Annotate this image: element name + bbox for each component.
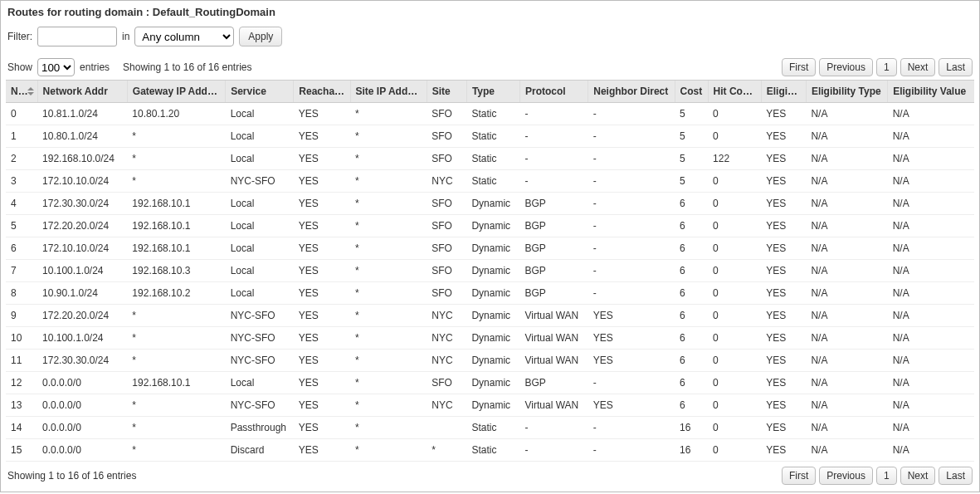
cell-elig: YES [761, 305, 806, 327]
cell-svc: NYC-SFO [226, 350, 294, 372]
cell-proto: BGP [520, 215, 588, 237]
col-hit-count[interactable]: Hit Count [708, 81, 761, 103]
page-last-button[interactable]: Last [939, 467, 973, 485]
cell-net: 10.80.1.0/24 [37, 125, 127, 148]
col-eligible[interactable]: Eligible [761, 81, 806, 103]
page-next-button[interactable]: Next [900, 467, 936, 485]
page-prev-button[interactable]: Previous [819, 58, 873, 76]
cell-proto: BGP [520, 237, 588, 260]
cell-gw: * [127, 417, 225, 439]
cell-hit: 0 [708, 282, 761, 305]
col-service[interactable]: Service [226, 81, 294, 103]
cell-eval: N/A [888, 439, 974, 462]
col-cost[interactable]: Cost [675, 81, 708, 103]
table-row: 710.100.1.0/24192.168.10.3LocalYES*SFODy… [6, 260, 974, 282]
page-next-button[interactable]: Next [900, 58, 936, 76]
col-gateway-ip[interactable]: Gateway IP Address [127, 81, 225, 103]
cell-hit: 122 [708, 148, 761, 170]
page-size-select[interactable]: 100 [37, 58, 75, 76]
show-label: Show [7, 61, 32, 73]
cell-reach: YES [294, 350, 350, 372]
page-prev-button[interactable]: Previous [819, 467, 873, 485]
cell-sip: * [350, 327, 427, 350]
cell-reach: YES [294, 215, 350, 237]
cell-net: 10.81.1.0/24 [37, 103, 127, 125]
filter-column-select[interactable]: Any column [134, 27, 234, 46]
cell-proto: BGP [520, 372, 588, 394]
page-1-button[interactable]: 1 [876, 467, 897, 485]
cell-type: Dynamic [466, 193, 519, 215]
cell-nd: - [588, 417, 675, 439]
page-last-button[interactable]: Last [939, 58, 973, 76]
cell-hit: 0 [708, 215, 761, 237]
col-site-ip[interactable]: Site IP Address [350, 81, 427, 103]
cell-site: NYC [427, 305, 466, 327]
cell-site: SFO [427, 148, 466, 170]
cell-site: SFO [427, 237, 466, 260]
cell-num: 0 [6, 103, 37, 125]
cell-sip: * [350, 215, 427, 237]
cell-svc: Local [226, 103, 294, 125]
cell-type: Dynamic [466, 305, 519, 327]
cell-etype: N/A [806, 327, 887, 350]
cell-reach: YES [294, 372, 350, 394]
panel-title-domain: Default_RoutingDomain [153, 6, 275, 18]
table-row: 5172.20.20.0/24192.168.10.1LocalYES*SFOD… [6, 215, 974, 237]
col-neighbor-direct[interactable]: Neighbor Direct [588, 81, 675, 103]
cell-reach: YES [294, 394, 350, 417]
page-first-button[interactable]: First [782, 58, 816, 76]
table-row: 2192.168.10.0/24*LocalYES*SFOStatic--512… [6, 148, 974, 170]
cell-eval: N/A [888, 125, 974, 148]
filter-bar: Filter: in Any column Apply [7, 27, 974, 46]
cell-eval: N/A [888, 215, 974, 237]
cell-cost: 6 [675, 394, 708, 417]
table-toolbar-top: Show 100 entries Showing 1 to 16 of 16 e… [7, 58, 973, 76]
cell-cost: 5 [675, 148, 708, 170]
col-site[interactable]: Site [427, 81, 466, 103]
cell-net: 192.168.10.0/24 [37, 148, 127, 170]
cell-cost: 16 [675, 417, 708, 439]
cell-cost: 5 [675, 125, 708, 148]
cell-nd: - [588, 125, 675, 148]
cell-sip: * [350, 282, 427, 305]
cell-num: 2 [6, 148, 37, 170]
col-type[interactable]: Type [466, 81, 519, 103]
cell-etype: N/A [806, 237, 887, 260]
showing-text-bottom: Showing 1 to 16 of 16 entries [7, 470, 136, 482]
cell-etype: N/A [806, 215, 887, 237]
table-toolbar-bottom: Showing 1 to 16 of 16 entries First Prev… [7, 467, 973, 485]
page-first-button[interactable]: First [782, 467, 816, 485]
cell-eval: N/A [888, 305, 974, 327]
table-row: 120.0.0.0/0192.168.10.1LocalYES*SFODynam… [6, 372, 974, 394]
cell-eval: N/A [888, 394, 974, 417]
cell-hit: 0 [708, 350, 761, 372]
cell-reach: YES [294, 125, 350, 148]
cell-svc: Local [226, 215, 294, 237]
col-reachable[interactable]: Reachable [294, 81, 350, 103]
col-network-addr[interactable]: Network Addr [37, 81, 127, 103]
apply-button[interactable]: Apply [239, 27, 282, 46]
filter-input[interactable] [37, 27, 117, 46]
cell-nd: - [588, 148, 675, 170]
cell-cost: 6 [675, 215, 708, 237]
cell-reach: YES [294, 170, 350, 193]
cell-cost: 6 [675, 350, 708, 372]
col-protocol[interactable]: Protocol [520, 81, 588, 103]
cell-sip: * [350, 439, 427, 462]
cell-type: Static [466, 417, 519, 439]
cell-num: 7 [6, 260, 37, 282]
cell-etype: N/A [806, 260, 887, 282]
panel-title-prefix: Routes for routing domain : [7, 6, 153, 18]
col-eligibility-type[interactable]: Eligibility Type [806, 81, 887, 103]
entries-control: Show 100 entries Showing 1 to 16 of 16 e… [7, 58, 252, 76]
cell-nd: - [588, 193, 675, 215]
col-num[interactable]: Num [6, 81, 37, 103]
cell-type: Dynamic [466, 237, 519, 260]
cell-nd: YES [588, 394, 675, 417]
table-row: 010.81.1.0/2410.80.1.20LocalYES*SFOStati… [6, 103, 974, 125]
page-1-button[interactable]: 1 [876, 58, 897, 76]
panel-title: Routes for routing domain : Default_Rout… [7, 6, 974, 18]
cell-proto: Virtual WAN [520, 305, 588, 327]
col-eligibility-value[interactable]: Eligibility Value [888, 81, 974, 103]
cell-elig: YES [761, 170, 806, 193]
